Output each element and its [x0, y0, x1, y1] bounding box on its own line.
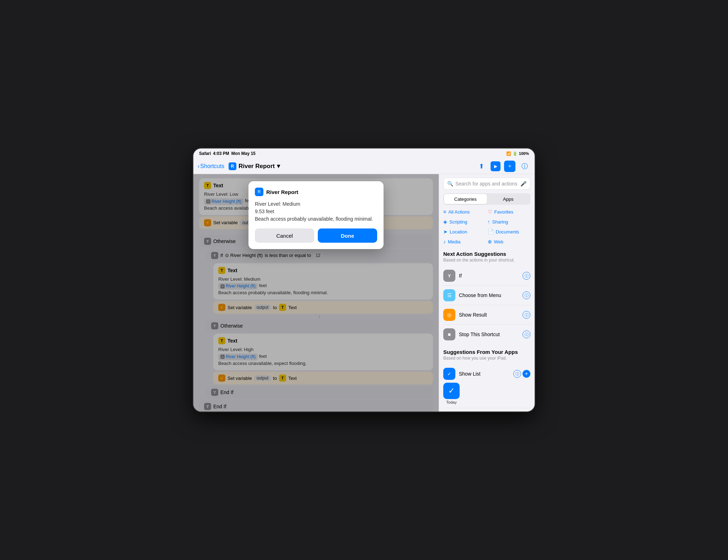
actions-panel: 🔍 Search for apps and actions 🎤 Categori… — [439, 174, 535, 411]
done-button[interactable]: Done — [318, 228, 377, 243]
add-action-button[interactable]: ＋ — [504, 161, 515, 172]
shortcut-icon: R — [229, 162, 236, 170]
nav-bar: ‹ Shortcuts R River Report ▾ ⬆ ▶ ＋ ⓘ — [193, 158, 535, 174]
show-list-icon-symbol: ✓ — [447, 371, 451, 377]
choose-menu-label: Choose from Menu — [459, 292, 520, 298]
back-button[interactable]: ‹ Shortcuts — [198, 163, 224, 169]
from-apps-title: Suggestions From Your Apps — [443, 349, 530, 355]
suggestion-if[interactable]: Y If ⓘ — [443, 266, 530, 286]
category-grid: ≡ All Actions ♡ Favorites ◈ Scripting ↑ … — [443, 208, 530, 246]
mic-icon[interactable]: 🎤 — [520, 181, 526, 187]
info-button[interactable]: ⓘ — [519, 161, 530, 172]
show-result-label: Show Result — [459, 312, 520, 318]
show-list-info-button[interactable]: ⓘ — [513, 370, 521, 378]
show-list-add-button[interactable]: + — [523, 370, 530, 378]
modal-overlay[interactable]: R River Report River Level: Medium 9.53 … — [193, 174, 439, 411]
nav-right-buttons: ⬆ ▶ ＋ ⓘ — [476, 161, 530, 172]
battery-icon: 🔋 — [513, 151, 518, 156]
web-label: Web — [494, 239, 504, 244]
media-icon: ♪ — [443, 239, 446, 244]
show-list-item: ✓ Show List ⓘ + ✓ Today — [443, 364, 530, 408]
next-suggestions-subtitle: Based on the actions in your shortcut. — [443, 258, 530, 263]
choose-menu-icon: ☰ — [443, 289, 455, 301]
browser-label: Safari — [199, 151, 211, 156]
choose-menu-icon-symbol: ☰ — [447, 292, 452, 298]
show-list-icon: ✓ — [443, 368, 455, 380]
play-button[interactable]: ▶ — [491, 161, 500, 171]
show-result-info-button[interactable]: ⓘ — [523, 311, 530, 319]
next-suggestions-title: Next Action Suggestions — [443, 251, 530, 257]
category-sharing[interactable]: ↑ Sharing — [488, 217, 531, 226]
actions-list[interactable]: ≡ All Actions ♡ Favorites ◈ Scripting ↑ … — [439, 208, 535, 411]
show-result-icon-symbol: ◎ — [447, 312, 451, 318]
today-avatar-item: ✓ Today — [443, 383, 460, 404]
wifi-icon: 📶 — [506, 151, 511, 156]
next-suggestions-section: Next Action Suggestions Based on the act… — [443, 251, 530, 344]
from-apps-section: Suggestions From Your Apps Based on how … — [443, 349, 530, 411]
modal-buttons: Cancel Done — [255, 228, 377, 243]
category-favorites[interactable]: ♡ Favorites — [488, 208, 531, 216]
search-icon: 🔍 — [447, 181, 453, 187]
show-result-icon: ◎ — [443, 309, 455, 321]
all-actions-icon: ≡ — [443, 209, 446, 215]
stop-shortcut-info-button[interactable]: ⓘ — [523, 330, 530, 338]
share-button[interactable]: ⬆ — [476, 161, 487, 172]
documents-icon: 📄 — [488, 229, 494, 235]
status-bar: Safari 4:03 PM Mon May 15 📶 🔋 100% — [193, 149, 535, 158]
category-web[interactable]: ⊕ Web — [488, 237, 531, 246]
modal-dialog: R River Report River Level: Medium 9.53 … — [248, 181, 384, 249]
modal-header: R River Report — [255, 188, 377, 196]
modal-line3: Beach access probably unavailable, flood… — [255, 215, 377, 223]
stop-shortcut-icon: ■ — [443, 328, 455, 340]
modal-app-icon: R — [255, 188, 263, 196]
scripting-label: Scripting — [449, 219, 467, 225]
if-info-button[interactable]: ⓘ — [523, 272, 530, 280]
play-icon: ▶ — [494, 164, 497, 169]
time-label: 4:03 PM — [213, 151, 229, 156]
call-item: 📹 Call ⓘ + 👤 Maureen V... — [443, 408, 530, 411]
category-documents[interactable]: 📄 Documents — [488, 227, 531, 236]
today-avatar: ✓ — [443, 383, 460, 399]
from-apps-subtitle: Based on how you use your iPad. — [443, 356, 530, 361]
cancel-button[interactable]: Cancel — [255, 228, 314, 243]
tab-bar: Categories Apps — [443, 193, 530, 205]
sharing-label: Sharing — [492, 219, 508, 225]
date-label: Mon May 15 — [231, 151, 256, 156]
page-title: River Report — [239, 163, 275, 170]
show-list-label: Show List — [459, 371, 511, 377]
if-suggestion-icon: Y — [443, 270, 455, 282]
category-location[interactable]: ➤ Location — [443, 227, 486, 236]
modal-line2: 9.53 feet — [255, 208, 377, 215]
category-media[interactable]: ♪ Media — [443, 237, 486, 246]
ipad-frame: Safari 4:03 PM Mon May 15 📶 🔋 100% ‹ Sho… — [193, 149, 535, 411]
favorites-label: Favorites — [494, 209, 513, 215]
category-all-actions[interactable]: ≡ All Actions — [443, 208, 486, 216]
media-label: Media — [448, 239, 460, 244]
if-suggestion-label: If — [459, 273, 520, 279]
title-area: R River Report ▾ — [229, 162, 280, 170]
favorites-icon: ♡ — [488, 209, 492, 215]
suggestion-show-result[interactable]: ◎ Show Result ⓘ — [443, 305, 530, 325]
category-scripting[interactable]: ◈ Scripting — [443, 217, 486, 226]
tab-categories[interactable]: Categories — [444, 194, 487, 204]
today-check-icon: ✓ — [448, 386, 455, 395]
editor-panel[interactable]: T Text River Level: Low ⊙ River Height (… — [193, 174, 439, 411]
modal-line1: River Level: Medium — [255, 200, 377, 208]
show-list-avatars: ✓ Today — [443, 383, 530, 404]
if-icon-label: Y — [448, 273, 451, 279]
main-layout: T Text River Level: Low ⊙ River Height (… — [193, 174, 535, 411]
choose-menu-info-button[interactable]: ⓘ — [523, 291, 530, 299]
back-label: Shortcuts — [200, 163, 224, 169]
web-icon: ⊕ — [488, 239, 492, 244]
search-bar[interactable]: 🔍 Search for apps and actions 🎤 — [443, 178, 530, 190]
search-placeholder: Search for apps and actions — [455, 181, 517, 187]
suggestion-choose-menu[interactable]: ☰ Choose from Menu ⓘ — [443, 286, 530, 305]
modal-title: River Report — [266, 189, 298, 195]
suggestion-stop-shortcut[interactable]: ■ Stop This Shortcut ⓘ — [443, 325, 530, 344]
title-chevron-icon[interactable]: ▾ — [277, 162, 280, 170]
sharing-icon: ↑ — [488, 219, 490, 225]
documents-label: Documents — [496, 229, 519, 235]
tab-apps[interactable]: Apps — [487, 194, 530, 204]
back-chevron-icon: ‹ — [198, 163, 199, 169]
modal-body: River Level: Medium 9.53 feet Beach acce… — [255, 200, 377, 223]
